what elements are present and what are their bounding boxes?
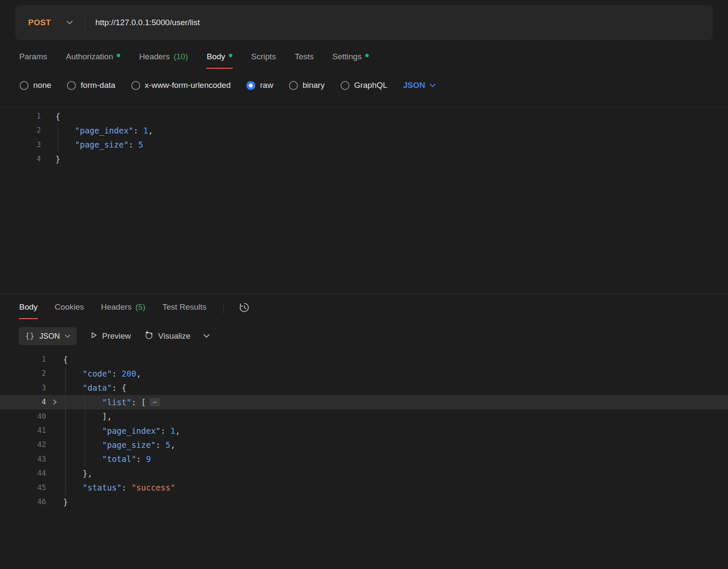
- body-type-raw[interactable]: raw: [246, 81, 273, 90]
- response-history-button[interactable]: [238, 302, 250, 315]
- indent-guide: [65, 424, 66, 438]
- code-token: "data": [83, 383, 112, 392]
- code-text: "page_index": 1,: [63, 424, 728, 438]
- code-line-1[interactable]: 1{: [0, 109, 728, 123]
- indent-guide: [65, 452, 66, 466]
- radio-icon: [341, 81, 350, 90]
- code-line-3[interactable]: 3 "data": {: [0, 381, 728, 395]
- code-text: {: [63, 352, 728, 366]
- body-type-none[interactable]: none: [20, 81, 51, 90]
- code-line-3[interactable]: 3 "page_size": 5: [0, 138, 728, 152]
- response-format-label: JSON: [39, 332, 60, 341]
- code-token: 5: [139, 140, 143, 149]
- request-tab-body[interactable]: Body: [206, 47, 233, 69]
- body-type-label: none: [33, 81, 51, 90]
- code-token: {: [55, 112, 60, 121]
- fold-toggle-icon[interactable]: [46, 395, 63, 409]
- line-number: 42: [0, 438, 46, 452]
- body-type-x-www-form-urlencoded[interactable]: x-www-form-urlencoded: [131, 81, 231, 90]
- collapsed-ellipsis-icon[interactable]: ⋯: [150, 398, 159, 406]
- line-number: 2: [0, 123, 41, 137]
- code-line-4[interactable]: 4 "list": [⋯: [0, 395, 728, 409]
- code-text: }: [63, 495, 728, 509]
- code-text: ],: [63, 409, 728, 424]
- fold-space: [46, 481, 63, 495]
- radio-selected-icon: [246, 81, 255, 90]
- line-number: 1: [0, 352, 46, 366]
- request-tab-tests[interactable]: Tests: [294, 47, 314, 69]
- visualize-button[interactable]: Visualize: [144, 330, 191, 343]
- radio-icon: [131, 81, 140, 90]
- response-tab-test-results[interactable]: Test Results: [162, 297, 207, 319]
- request-tab-params-label: Params: [19, 52, 47, 61]
- request-body-editor[interactable]: 1{2 "page_index": 1,3 "page_size": 54}: [0, 107, 728, 294]
- fold-space: [46, 352, 63, 366]
- code-text: "page_size": 5,: [63, 438, 728, 452]
- response-body-editor[interactable]: 1{2 "code": 200,3 "data": {4 "list": [⋯4…: [0, 351, 728, 509]
- body-type-form-data[interactable]: form-data: [67, 81, 115, 90]
- request-tab-headers[interactable]: Headers(10): [139, 47, 188, 69]
- body-type-label: form-data: [81, 81, 115, 90]
- code-token: [63, 483, 83, 492]
- method-selector[interactable]: POST: [15, 18, 85, 27]
- line-number: 1: [0, 109, 41, 123]
- body-type-binary[interactable]: binary: [289, 81, 325, 90]
- response-tab-body[interactable]: Body: [19, 297, 38, 319]
- code-text: "total": 9: [63, 452, 728, 466]
- code-line-40[interactable]: 40 ],: [0, 409, 728, 424]
- response-tab-cookies[interactable]: Cookies: [54, 297, 84, 319]
- request-tab-scripts[interactable]: Scripts: [251, 47, 276, 69]
- indent-guide: [65, 438, 66, 452]
- fold-space: [41, 138, 55, 152]
- code-token: 9: [146, 454, 150, 464]
- tab-count: (5): [136, 302, 145, 312]
- code-token: [63, 440, 102, 450]
- body-type-options: noneform-datax-www-form-urlencodedrawbin…: [20, 76, 436, 95]
- code-token: },: [63, 469, 92, 478]
- response-tab-headers[interactable]: Headers(5): [101, 297, 146, 319]
- body-language-selector[interactable]: JSON: [403, 81, 436, 90]
- code-line-41[interactable]: 41 "page_index": 1,: [0, 424, 728, 438]
- fold-space: [46, 424, 63, 438]
- body-language-label: JSON: [403, 81, 425, 90]
- indent-guide: [65, 366, 66, 380]
- code-token: : {: [112, 383, 126, 392]
- response-tab-cookies-label: Cookies: [55, 302, 84, 312]
- code-token: [55, 140, 75, 149]
- body-type-graphql[interactable]: GraphQL: [341, 81, 387, 90]
- response-format-dropdown[interactable]: JSON: [19, 327, 77, 345]
- indent-guide: [58, 123, 58, 137]
- request-tab-settings[interactable]: Settings: [332, 47, 370, 69]
- braces-icon: [25, 332, 35, 340]
- indent-guide: [65, 409, 66, 424]
- line-number: 45: [0, 481, 46, 495]
- preview-button[interactable]: Preview: [90, 331, 131, 342]
- line-number: 4: [0, 152, 41, 166]
- play-icon: [90, 331, 98, 342]
- chevron-down-icon: [65, 334, 70, 338]
- code-line-44[interactable]: 44 },: [0, 466, 728, 480]
- chevron-down-icon[interactable]: [203, 334, 210, 338]
- code-token: :: [112, 369, 121, 378]
- request-tab-params[interactable]: Params: [19, 47, 47, 69]
- request-tab-settings-label: Settings: [332, 52, 362, 61]
- code-token: [55, 126, 75, 135]
- code-line-46[interactable]: 46}: [0, 495, 728, 509]
- fold-space: [46, 409, 63, 424]
- code-line-43[interactable]: 43 "total": 9: [0, 452, 728, 466]
- url-input[interactable]: [85, 18, 713, 27]
- code-line-1[interactable]: 1{: [0, 352, 728, 366]
- indent-guide: [58, 138, 58, 152]
- code-token: :: [136, 454, 146, 464]
- code-line-42[interactable]: 42 "page_size": 5,: [0, 438, 728, 452]
- indent-guide: [65, 395, 66, 409]
- code-line-2[interactable]: 2 "page_index": 1,: [0, 123, 728, 137]
- request-tab-authorization[interactable]: Authorization: [65, 47, 121, 69]
- chevron-down-icon: [430, 84, 436, 87]
- code-line-45[interactable]: 45 "status": "success": [0, 481, 728, 495]
- code-token: [63, 454, 102, 464]
- code-token: ],: [63, 412, 112, 421]
- code-line-4[interactable]: 4}: [0, 152, 728, 166]
- code-line-2[interactable]: 2 "code": 200,: [0, 366, 728, 380]
- body-type-label: GraphQL: [354, 81, 387, 90]
